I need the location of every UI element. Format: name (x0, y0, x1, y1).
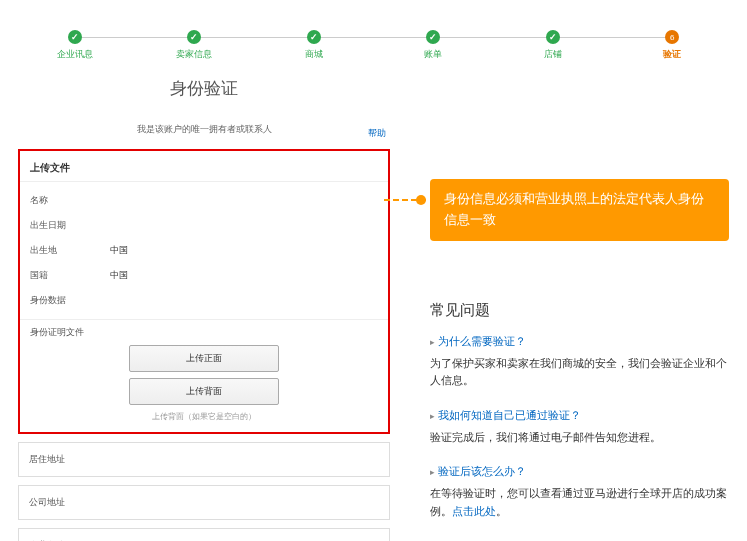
step-5: 店铺 (493, 30, 613, 61)
faq-a-2: 验证完成后，我们将通过电子邮件告知您进程。 (430, 429, 729, 447)
value-birthplace: 中国 (110, 244, 128, 257)
step-3: 商城 (254, 30, 374, 61)
upload-back-button[interactable]: 上传背面 (129, 378, 279, 405)
step-2: 卖家信息 (135, 30, 255, 61)
value-nationality: 中国 (110, 269, 128, 282)
callout-box: 身份信息必须和营业执照上的法定代表人身份信息一致 (430, 179, 729, 241)
upload-hint: 上传背面（如果它是空白的） (30, 411, 378, 422)
label-dob: 出生日期 (30, 219, 110, 232)
upload-section-title: 上传文件 (30, 161, 378, 175)
label-name: 名称 (30, 194, 110, 207)
upload-front-button[interactable]: 上传正面 (129, 345, 279, 372)
faq-q-2[interactable]: 我如何知道自己已通过验证？ (430, 408, 729, 423)
step-1: 企业讯息 (15, 30, 135, 61)
label-birthplace: 出生地 (30, 244, 110, 257)
page-title: 身份验证 (18, 77, 390, 100)
page-subtitle: 我是该账户的唯一拥有者或联系人 (18, 118, 390, 141)
faq-link[interactable]: 点击此处 (452, 505, 496, 517)
address-panel: 居住地址 (18, 442, 390, 477)
faq-title: 常见问题 (430, 301, 729, 320)
stepper: 企业讯息 卖家信息 商城 账单 店铺 验证 (0, 0, 747, 67)
label-nationality: 国籍 (30, 269, 110, 282)
faq-a-3: 在等待验证时，您可以查看通过亚马逊进行全球开店的成功案例。点击此处。 (430, 485, 729, 520)
callout-text: 身份信息必须和营业执照上的法定代表人身份信息一致 (444, 191, 704, 227)
label-address: 居住地址 (29, 453, 109, 466)
faq-a-1: 为了保护买家和卖家在我们商城的安全，我们会验证企业和个人信息。 (430, 355, 729, 390)
company-address-panel: 公司地址 (18, 485, 390, 520)
label-id-data: 身份数据 (30, 294, 110, 307)
company-name-panel: 企业名称 公司注册号码 (18, 528, 390, 541)
step-6-active: 验证 (613, 30, 733, 61)
upload-panel: 上传文件 名称 出生日期 出生地中国 国籍中国 身份数据 身份证明文件 上传正面… (18, 149, 390, 434)
faq-q-1[interactable]: 为什么需要验证？ (430, 334, 729, 349)
faq-q-3[interactable]: 验证后该怎么办？ (430, 464, 729, 479)
step-4: 账单 (374, 30, 494, 61)
callout-point-icon (416, 195, 426, 205)
label-id-doc: 身份证明文件 (30, 326, 378, 339)
label-company-addr: 公司地址 (29, 496, 109, 509)
help-link[interactable]: 帮助 (368, 127, 386, 140)
